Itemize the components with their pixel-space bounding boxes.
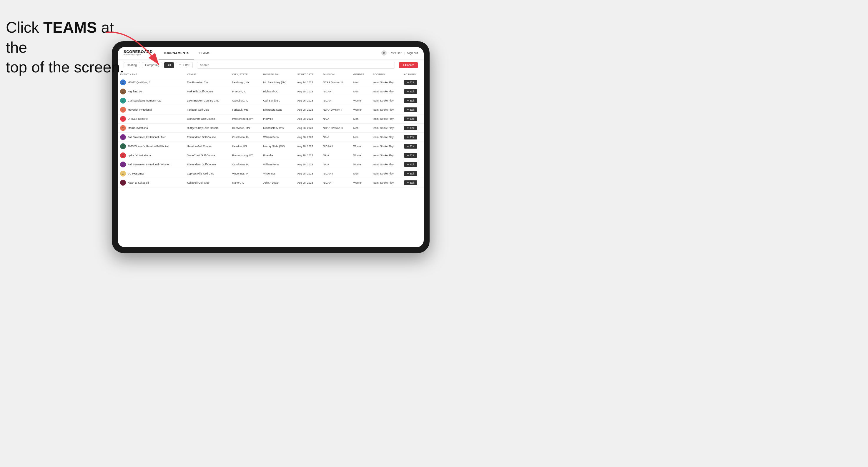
- cell-event-name: ⬡ Fall Statesmen Invitational - Women: [118, 160, 185, 169]
- table-body: ⬡ MSMC Qualifying 1 The Powelton Club Ne…: [118, 78, 424, 187]
- table-row: ⬡ Morris Invitational Ruttger's Bay Lake…: [118, 124, 424, 133]
- cell-event-name: ⬡ Klash at Kokopelli: [118, 178, 185, 187]
- app-header: SCOREBOARD Powered by Clippd TOURNAMENTS…: [118, 47, 424, 59]
- team-icon: ⬡: [120, 98, 126, 103]
- cell-actions: ✏ Edit: [402, 96, 424, 105]
- cell-city-state: Vincennes, IN: [230, 169, 261, 178]
- event-name-text: upike fall invitational: [128, 154, 152, 157]
- cell-event-name: ⬡ VU PREVIEW: [118, 169, 185, 178]
- cell-actions: ✏ Edit: [402, 105, 424, 115]
- cell-gender: Men: [351, 87, 370, 96]
- cell-gender: Women: [351, 96, 370, 105]
- edit-button[interactable]: ✏ Edit: [404, 144, 417, 149]
- cell-gender: Men: [351, 115, 370, 124]
- search-input[interactable]: [197, 62, 395, 68]
- user-label: Test User: [389, 52, 401, 55]
- settings-icon[interactable]: ⚙: [381, 50, 386, 56]
- table-container: EVENT NAME VENUE CITY, STATE HOSTED BY S…: [118, 71, 424, 247]
- cell-hosted-by: Highland CC: [261, 87, 295, 96]
- cell-actions: ✏ Edit: [402, 142, 424, 151]
- edit-button[interactable]: ✏ Edit: [404, 89, 417, 94]
- edit-button[interactable]: ✏ Edit: [404, 126, 417, 130]
- cell-venue: Cypress Hills Golf Club: [185, 169, 230, 178]
- team-icon: ⬡: [120, 180, 126, 186]
- cell-city-state: Oskaloosa, IA: [230, 133, 261, 142]
- edit-button[interactable]: ✏ Edit: [404, 135, 417, 139]
- cell-start-date: Aug 28, 2023: [295, 151, 320, 160]
- cell-division: NICAA II: [321, 142, 351, 151]
- instruction-text: Click TEAMS at thetop of the screen.: [6, 18, 129, 77]
- edit-button[interactable]: ✏ Edit: [404, 107, 417, 112]
- competing-filter-button[interactable]: Competing: [142, 62, 162, 68]
- cell-hosted-by: Mt. Saint Mary (NY): [261, 78, 295, 87]
- cell-scoring: team, Stroke Play: [370, 124, 402, 133]
- cell-event-name: ⬡ Morris Invitational: [118, 124, 185, 133]
- event-name-text: Fall Statesmen Invitational - Men: [128, 136, 166, 138]
- team-icon: ⬡: [120, 116, 126, 122]
- cell-division: NICAA I: [321, 96, 351, 105]
- cell-gender: Men: [351, 169, 370, 178]
- col-actions: ACTIONS: [402, 71, 424, 78]
- filter-button[interactable]: ☰ Filter: [176, 62, 192, 68]
- edit-button[interactable]: ✏ Edit: [404, 180, 417, 185]
- cell-gender: Women: [351, 160, 370, 169]
- cell-start-date: Aug 28, 2023: [295, 133, 320, 142]
- cell-hosted-by: William Penn: [261, 160, 295, 169]
- event-name-text: Highland 36: [128, 90, 142, 93]
- col-city-state: CITY, STATE: [230, 71, 261, 78]
- col-venue: VENUE: [185, 71, 230, 78]
- edit-icon: ✏: [407, 172, 409, 175]
- cell-venue: The Powelton Club: [185, 78, 230, 87]
- cell-hosted-by: Minnesota State: [261, 105, 295, 115]
- edit-icon: ✏: [407, 154, 409, 157]
- cell-gender: Women: [351, 142, 370, 151]
- cell-scoring: team, Stroke Play: [370, 96, 402, 105]
- cell-actions: ✏ Edit: [402, 160, 424, 169]
- team-icon: ⬡: [120, 143, 126, 149]
- cell-division: NCAA Division III: [321, 78, 351, 87]
- edit-button[interactable]: ✏ Edit: [404, 171, 417, 176]
- team-icon: ⬡: [120, 125, 126, 131]
- col-start-date: START DATE: [295, 71, 320, 78]
- table-row: ⬡ upike fall invitational StoneCrest Gol…: [118, 151, 424, 160]
- cell-city-state: Freeport, IL: [230, 87, 261, 96]
- search-box: [197, 62, 395, 68]
- edit-button[interactable]: ✏ Edit: [404, 153, 417, 158]
- create-button[interactable]: + Create: [399, 62, 418, 68]
- cell-venue: Park Hills Golf Course: [185, 87, 230, 96]
- cell-start-date: Aug 25, 2023: [295, 87, 320, 96]
- cell-city-state: Newburgh, NY: [230, 78, 261, 87]
- cell-venue: Edmundson Golf Course: [185, 133, 230, 142]
- cell-venue: Hesston Golf Course: [185, 142, 230, 151]
- event-name-text: Fall Statesmen Invitational - Women: [128, 163, 170, 166]
- pipe-separator: |: [404, 52, 405, 55]
- cell-start-date: Aug 28, 2023: [295, 142, 320, 151]
- table-row: ⬡ VU PREVIEW Cypress Hills Golf Club Vin…: [118, 169, 424, 178]
- event-name-text: Maverick Invitational: [128, 108, 152, 111]
- cell-city-state: Marion, IL: [230, 178, 261, 187]
- cell-venue: Ruttger's Bay Lake Resort: [185, 124, 230, 133]
- cell-venue: Kokopelli Golf Club: [185, 178, 230, 187]
- cell-gender: Men: [351, 133, 370, 142]
- cell-start-date: Aug 26, 2023: [295, 96, 320, 105]
- cell-scoring: team, Stroke Play: [370, 169, 402, 178]
- cell-scoring: team, Stroke Play: [370, 105, 402, 115]
- edit-button[interactable]: ✏ Edit: [404, 162, 417, 167]
- cell-city-state: Oskaloosa, IA: [230, 160, 261, 169]
- all-filter-button[interactable]: All: [164, 62, 174, 68]
- nav-tab-teams[interactable]: TEAMS: [194, 47, 215, 59]
- cell-city-state: Faribault, MN: [230, 105, 261, 115]
- sign-out-link[interactable]: Sign out: [407, 52, 418, 55]
- cell-city-state: Prestonsburg, KY: [230, 151, 261, 160]
- cell-hosted-by: Carl Sandburg: [261, 96, 295, 105]
- col-hosted-by: HOSTED BY: [261, 71, 295, 78]
- edit-button[interactable]: ✏ Edit: [404, 98, 417, 103]
- cell-start-date: Aug 28, 2023: [295, 169, 320, 178]
- edit-button[interactable]: ✏ Edit: [404, 117, 417, 121]
- cell-hosted-by: Vincennes: [261, 169, 295, 178]
- edit-button[interactable]: ✏ Edit: [404, 80, 417, 85]
- cell-event-name: ⬡ UPIKE Fall Invite: [118, 115, 185, 124]
- edit-icon: ✏: [407, 117, 409, 120]
- cell-gender: Men: [351, 124, 370, 133]
- nav-tab-tournaments[interactable]: TOURNAMENTS: [159, 47, 194, 59]
